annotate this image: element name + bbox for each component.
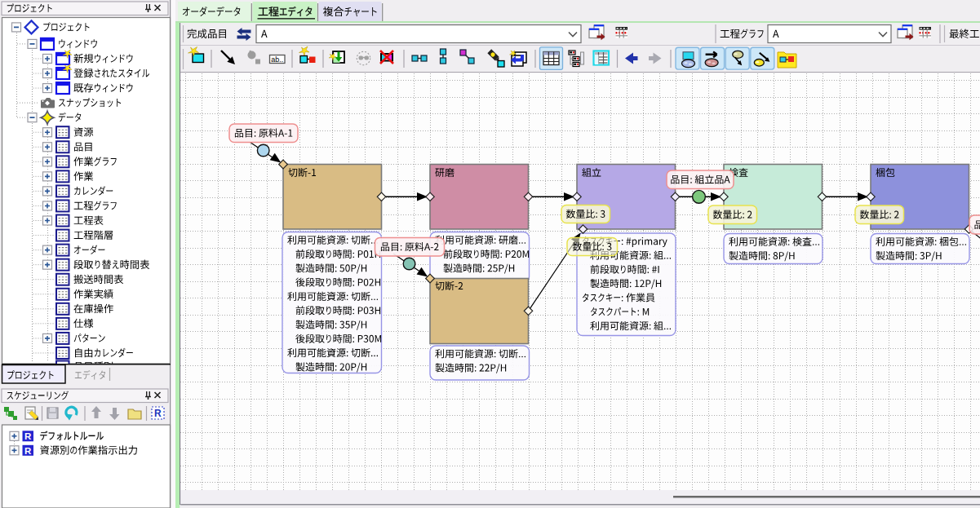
svg-text:ab..: ab.. — [271, 55, 283, 64]
svg-text:R: R — [154, 408, 162, 419]
svg-text:R: R — [24, 431, 32, 441]
svg-text:R: R — [24, 446, 32, 456]
